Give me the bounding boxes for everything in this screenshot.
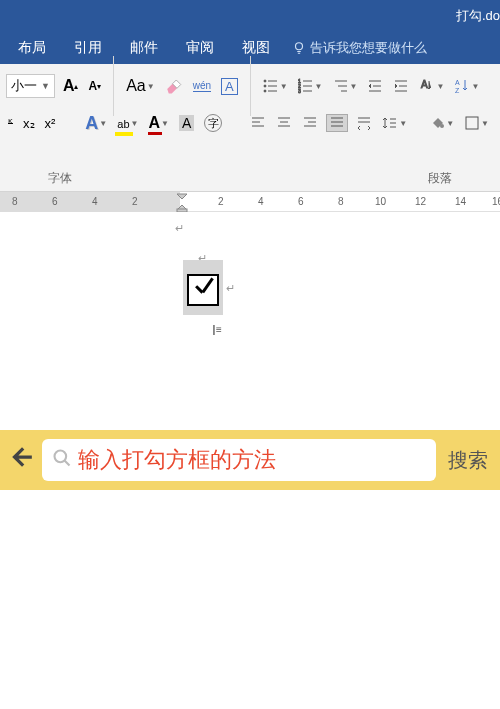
tab-view[interactable]: 视图 xyxy=(228,32,284,64)
ribbon: 小一▼ A▴ A▾ Aa▼ wén A ▼ 123▼ ▼ A▼ AZ▼ ᴷ x₂… xyxy=(0,64,500,192)
sort-icon: AZ xyxy=(454,78,470,94)
svg-text:Z: Z xyxy=(455,87,460,94)
sort-button[interactable]: AZ▼ xyxy=(452,78,481,94)
svg-point-42 xyxy=(440,124,444,128)
back-button[interactable] xyxy=(8,444,34,477)
tab-references[interactable]: 引用 xyxy=(60,32,116,64)
document-page[interactable]: ↵ ↵ ↵ I≡ xyxy=(0,212,500,612)
svg-point-45 xyxy=(55,450,67,462)
increase-indent-button[interactable] xyxy=(391,78,411,94)
text-dir-icon: A xyxy=(419,78,435,94)
enclose-char-button[interactable]: 字 xyxy=(202,114,224,132)
align-left-icon xyxy=(250,115,266,131)
indent-marker[interactable] xyxy=(176,192,188,214)
search-input[interactable]: 输入打勾方框的方法 xyxy=(42,439,436,481)
search-text: 输入打勾方框的方法 xyxy=(78,445,276,475)
text-effects-button[interactable]: A▼ xyxy=(83,113,109,134)
superscript-button[interactable]: x² xyxy=(43,116,58,131)
char-border-button[interactable]: A xyxy=(219,78,240,95)
svg-text:3: 3 xyxy=(298,88,301,94)
search-overlay: 输入打勾方框的方法 搜索 xyxy=(0,430,500,490)
para-shading-button[interactable]: ▼ xyxy=(427,115,456,131)
outdent-icon xyxy=(367,78,383,94)
ruler-margin xyxy=(0,192,180,212)
doc-title: 打勾.do xyxy=(456,7,500,25)
search-button[interactable]: 搜索 xyxy=(444,447,492,474)
char-shading-button[interactable]: A xyxy=(177,115,196,131)
grow-font-button[interactable]: A▴ xyxy=(61,77,81,95)
align-right-icon xyxy=(302,115,318,131)
border-icon xyxy=(464,115,480,131)
bullets-button[interactable]: ▼ xyxy=(261,78,290,94)
distribute-button[interactable] xyxy=(354,115,374,131)
lightbulb-icon xyxy=(292,41,306,55)
text-cursor-icon: I≡ xyxy=(212,322,222,338)
chevron-down-icon: ▼ xyxy=(41,81,50,91)
strikethrough-button[interactable]: ᴷ xyxy=(6,117,15,130)
distribute-icon xyxy=(356,115,372,131)
para-group-label: 段落 xyxy=(428,170,452,187)
svg-point-0 xyxy=(296,43,303,50)
paragraph-mark-icon: ↵ xyxy=(175,222,184,235)
paragraph-mark-icon: ↵ xyxy=(226,282,235,295)
svg-point-1 xyxy=(264,80,266,82)
svg-point-5 xyxy=(264,90,266,92)
svg-text:A: A xyxy=(455,79,460,86)
tell-me[interactable]: 告诉我您想要做什么 xyxy=(292,39,427,57)
numbering-icon: 123 xyxy=(298,78,314,94)
highlight-button[interactable]: ab▼ xyxy=(115,114,140,132)
ruler[interactable]: 8 6 4 2 2 4 6 8 10 12 14 16 xyxy=(0,192,500,212)
align-justify-button[interactable] xyxy=(326,114,348,132)
align-justify-icon xyxy=(329,115,345,131)
align-left-button[interactable] xyxy=(248,115,268,131)
bucket-icon xyxy=(429,115,445,131)
arrow-left-icon xyxy=(8,444,34,470)
align-right-button[interactable] xyxy=(300,115,320,131)
numbering-button[interactable]: 123▼ xyxy=(296,78,325,94)
subscript-button[interactable]: x₂ xyxy=(21,116,37,131)
svg-point-3 xyxy=(264,85,266,87)
svg-rect-43 xyxy=(466,117,478,129)
tab-review[interactable]: 审阅 xyxy=(172,32,228,64)
clear-format-button[interactable] xyxy=(163,77,185,95)
phonetic-button[interactable]: wén xyxy=(191,80,213,92)
search-icon xyxy=(52,448,72,473)
borders-button[interactable]: ▼ xyxy=(462,115,491,131)
eraser-icon xyxy=(165,77,183,95)
tab-layout[interactable]: 布局 xyxy=(4,32,60,64)
checkbox-symbol xyxy=(187,274,219,306)
line-spacing-button[interactable]: ▼ xyxy=(380,115,409,131)
font-size-select[interactable]: 小一▼ xyxy=(6,74,55,98)
align-center-button[interactable] xyxy=(274,115,294,131)
decrease-indent-button[interactable] xyxy=(365,78,385,94)
font-group-label: 字体 xyxy=(48,170,72,187)
svg-text:A: A xyxy=(421,79,428,90)
tab-mail[interactable]: 邮件 xyxy=(116,32,172,64)
title-bar: 打勾.do xyxy=(0,0,500,32)
indent-icon xyxy=(393,78,409,94)
svg-line-46 xyxy=(65,460,70,465)
bullets-icon xyxy=(263,78,279,94)
line-spacing-icon xyxy=(382,115,398,131)
change-case-button[interactable]: Aa▼ xyxy=(124,77,157,95)
multilevel-button[interactable]: ▼ xyxy=(331,78,360,94)
shrink-font-button[interactable]: A▾ xyxy=(86,79,103,93)
font-color-button[interactable]: A▼ xyxy=(146,114,170,132)
align-center-icon xyxy=(276,115,292,131)
text-direction-button[interactable]: A▼ xyxy=(417,78,446,94)
multilevel-icon xyxy=(333,78,349,94)
